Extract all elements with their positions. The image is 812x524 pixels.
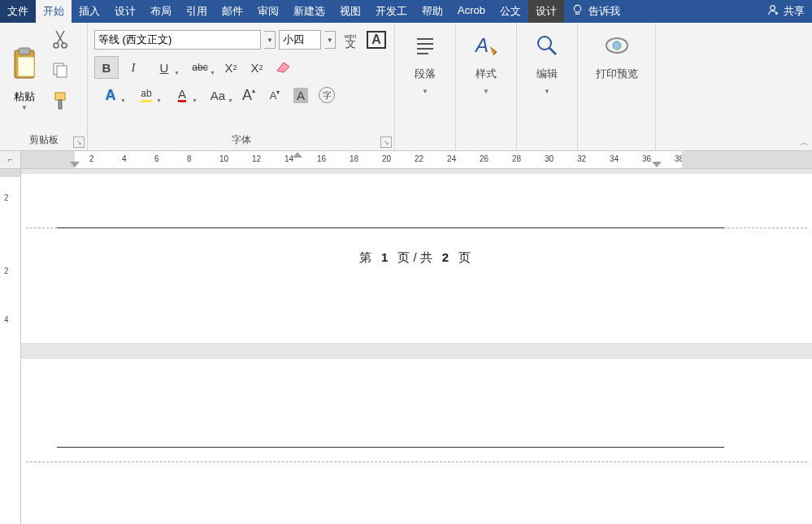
svg-rect-8 (57, 66, 67, 77)
font-color-button[interactable]: A▼ (166, 84, 198, 106)
svg-text:A: A (474, 34, 489, 56)
styles-button[interactable]: A (471, 31, 501, 60)
share-icon (766, 4, 779, 19)
tab-view[interactable]: 视图 (332, 0, 368, 23)
svg-rect-4 (18, 57, 34, 76)
group-printpreview: 打印预览 (578, 23, 656, 150)
superscript-button[interactable]: X2 (245, 56, 268, 79)
svg-point-5 (54, 43, 59, 48)
tellme-label: 告诉我 (588, 4, 620, 19)
format-painter-icon[interactable] (51, 91, 69, 114)
group-clipboard: 粘贴 ▼ 剪贴板 ↘ (0, 23, 88, 150)
ruler-vertical[interactable]: 2 2 4 (0, 169, 21, 524)
tab-newbuild[interactable]: 新建选 (286, 0, 332, 23)
tab-share[interactable]: 共享 (759, 0, 812, 23)
font-name-combo[interactable]: 等线 (西文正文) (94, 30, 261, 50)
italic-button[interactable]: I (122, 56, 145, 79)
group-editing: 编辑 ▼ (517, 23, 578, 150)
font-launcher[interactable]: ↘ (380, 136, 392, 148)
font-size-combo[interactable]: 小四 (279, 30, 321, 50)
copy-icon[interactable] (51, 61, 69, 82)
first-line-indent-marker[interactable] (293, 152, 302, 158)
shrink-font-button[interactable]: A▾ (263, 84, 286, 106)
underline-button[interactable]: U▼ (148, 56, 180, 79)
hanging-indent-marker[interactable] (70, 162, 80, 167)
ribbon: 粘贴 ▼ 剪贴板 ↘ 等线 (西文正文) ▼ 小四 ▼ (0, 23, 812, 151)
group-paragraph: 段落 ▼ (395, 23, 456, 150)
tab-references[interactable]: 引用 (179, 0, 215, 23)
editing-button[interactable] (532, 31, 562, 60)
tab-layout[interactable]: 布局 (143, 0, 179, 23)
page-1[interactable]: 第 1 页/共 2 页 (21, 174, 812, 343)
svg-line-17 (549, 48, 556, 54)
group-font: 等线 (西文正文) ▼ 小四 ▼ wén 文 A B I U▼ abc▼ X2 … (88, 23, 395, 150)
header-boundary (57, 227, 724, 228)
clipboard-icon (10, 47, 39, 86)
tab-file[interactable]: 文件 (0, 0, 36, 23)
ruler-horizontal[interactable]: 2468101214161820222426283032343638404244 (21, 151, 812, 169)
clipboard-launcher[interactable]: ↘ (73, 136, 85, 148)
tab-design[interactable]: 设计 (107, 0, 143, 23)
font-group-label: 字体 (88, 133, 394, 149)
paragraph-label: 段落 (415, 67, 436, 81)
font-name-dropdown[interactable]: ▼ (264, 31, 276, 49)
highlight-button[interactable]: ab▼ (130, 84, 163, 106)
grow-font-button[interactable]: A▴ (237, 84, 260, 106)
paste-button[interactable]: 粘贴 ▼ (3, 26, 46, 111)
enclose-char-button[interactable]: 字 (315, 84, 338, 106)
change-case-button[interactable]: Aa▼ (202, 84, 234, 106)
eraser-icon (274, 59, 292, 76)
paragraph-button[interactable] (410, 31, 440, 60)
clear-format-button[interactable] (271, 56, 294, 79)
tab-acrobat[interactable]: Acrob (450, 0, 493, 23)
tab-review[interactable]: 审阅 (250, 0, 286, 23)
tab-gongwen[interactable]: 公文 (493, 0, 528, 23)
tab-insert[interactable]: 插入 (72, 0, 107, 23)
printpreview-label: 打印预览 (596, 67, 638, 81)
strikethrough-button[interactable]: abc▼ (184, 56, 216, 79)
svg-point-1 (771, 6, 775, 11)
svg-rect-10 (59, 100, 62, 109)
char-shading-button[interactable]: A (289, 84, 312, 106)
font-size-dropdown[interactable]: ▼ (324, 31, 336, 49)
tab-developer[interactable]: 开发工 (368, 0, 415, 23)
svg-point-19 (613, 41, 621, 50)
svg-point-6 (62, 43, 67, 48)
share-label: 共享 (784, 4, 805, 19)
svg-rect-3 (19, 48, 30, 54)
editing-label: 编辑 (536, 67, 558, 81)
phonetic-guide-button[interactable]: wén 文 (339, 28, 362, 51)
svg-point-0 (574, 5, 580, 11)
document-area[interactable]: 第 1 页/共 2 页 (21, 169, 812, 524)
tab-tellme[interactable]: 告诉我 (564, 0, 627, 23)
paste-label: 粘贴 (14, 89, 35, 104)
printpreview-button[interactable] (602, 31, 632, 60)
ribbon-tabs: 文件 开始 插入 设计 布局 引用 邮件 审阅 新建选 视图 开发工 帮助 Ac… (0, 0, 812, 23)
tab-help[interactable]: 帮助 (415, 0, 450, 23)
page-number-text: 第 1 页/共 2 页 (21, 250, 812, 266)
styles-label: 样式 (475, 67, 497, 81)
right-indent-marker[interactable] (652, 162, 662, 167)
cut-icon[interactable] (51, 29, 69, 52)
char-border-button[interactable]: A (365, 28, 388, 51)
subscript-button[interactable]: X2 (219, 56, 242, 79)
ruler-corner[interactable]: ⌐ (0, 151, 21, 169)
text-effects-button[interactable]: A▼ (94, 84, 127, 106)
header-boundary-2 (57, 447, 724, 448)
tab-home[interactable]: 开始 (36, 0, 72, 23)
page-2[interactable] (21, 359, 812, 524)
svg-rect-9 (55, 93, 65, 100)
bold-button[interactable]: B (94, 56, 119, 79)
ribbon-collapse-button[interactable]: ︿ (800, 136, 809, 149)
tab-mail[interactable]: 邮件 (215, 0, 250, 23)
group-styles: A 样式 ▼ (456, 23, 517, 150)
tab-design2[interactable]: 设计 (528, 0, 564, 23)
lightbulb-icon (571, 4, 584, 19)
svg-point-16 (538, 37, 551, 50)
